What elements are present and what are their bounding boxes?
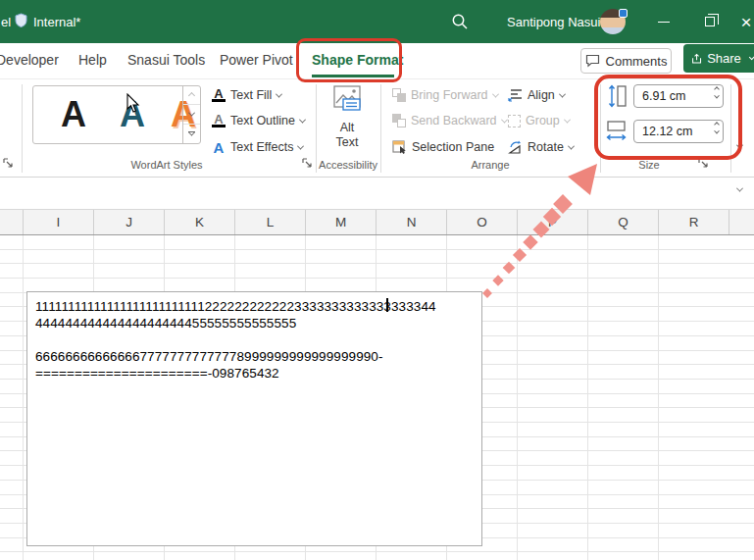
tab-help[interactable]: Help (78, 52, 107, 68)
comments-button[interactable]: Comments (580, 48, 672, 74)
share-icon (691, 52, 702, 66)
minimize-button[interactable] (647, 0, 680, 43)
comments-label: Comments (606, 54, 668, 69)
wordart-group-label: WordArt Styles (88, 159, 245, 171)
send-backward-button[interactable]: Send Backward (392, 110, 507, 131)
column-header-L[interactable]: L (235, 210, 306, 234)
left-group-dialog-launcher-icon[interactable] (3, 158, 14, 169)
restore-button[interactable] (693, 0, 727, 43)
gallery-more-button[interactable] (183, 125, 200, 143)
selection-pane-icon (392, 140, 407, 154)
group-dropdown-icon (564, 116, 571, 123)
search-icon[interactable] (451, 13, 469, 30)
avatar-badge-icon (619, 9, 628, 18)
worksheet-textbox[interactable]: 1111111111111111111111111122222222222233… (26, 291, 482, 546)
column-header-row: I J K L M N O P Q R (0, 209, 754, 235)
text-fill-button[interactable]: A Text Fill (212, 84, 310, 106)
bring-forward-dropdown-icon (491, 90, 498, 97)
wordart-gallery[interactable]: A A A (32, 85, 201, 144)
wordart-style-1[interactable]: A (61, 91, 86, 138)
tab-snasui-tools[interactable]: Snasui Tools (127, 52, 205, 68)
alt-text-label-2: Text (322, 135, 373, 150)
share-button[interactable]: Share (683, 44, 754, 73)
textbox-line: 6666666666666677777777777778999999999999… (35, 348, 481, 365)
wordart-gallery-scrollbar[interactable] (182, 86, 200, 143)
title-bar: el Internal* Santipong Nasui × (0, 0, 754, 43)
formula-bar[interactable] (0, 178, 754, 209)
group-icon (508, 115, 521, 127)
alt-text-icon (330, 84, 364, 118)
text-outline-icon: A (212, 114, 226, 127)
tab-developer[interactable]: Developer (0, 52, 59, 68)
textbox-line: 44444444444444444444455555555555555 (35, 315, 481, 331)
close-icon: × (740, 13, 751, 31)
sensitivity-label: Internal* (33, 15, 80, 29)
group-label: Group (526, 114, 560, 127)
align-dropdown-icon (559, 90, 566, 97)
accessibility-group-label: Accessibility (299, 159, 397, 171)
text-outline-dropdown-icon (299, 116, 306, 123)
column-header-K[interactable]: K (165, 210, 235, 234)
column-header-J[interactable]: J (94, 210, 165, 234)
restore-icon (705, 17, 715, 26)
align-label: Align (528, 88, 555, 102)
text-effects-icon: A (212, 142, 226, 153)
column-header-tail[interactable] (729, 210, 754, 234)
bring-forward-button[interactable]: Bring Forward (392, 84, 498, 106)
text-fill-icon: A (212, 88, 226, 102)
text-outline-button[interactable]: A Text Outline (212, 110, 310, 131)
text-outline-label: Text Outline (230, 114, 295, 127)
comment-icon (585, 54, 600, 68)
column-header-M[interactable]: M (306, 210, 377, 234)
share-dropdown-icon (749, 54, 754, 60)
column-header-stub[interactable] (0, 210, 24, 234)
gallery-scroll-up[interactable] (183, 86, 200, 105)
close-button[interactable]: × (729, 0, 754, 43)
text-cursor-caret (386, 298, 388, 312)
window-title-fragment: el (1, 15, 11, 29)
text-effects-label: Text Effects (230, 140, 293, 154)
annotation-rect-size-group (594, 75, 742, 160)
column-header-N[interactable]: N (377, 210, 447, 234)
share-label: Share (707, 51, 741, 66)
text-effects-button[interactable]: A Text Effects (212, 136, 310, 158)
textbox-line: 1111111111111111111111111122222222222233… (35, 298, 481, 315)
send-backward-label: Send Backward (411, 114, 497, 127)
bring-forward-label: Bring Forward (411, 88, 488, 102)
text-fill-dropdown-icon (276, 90, 282, 97)
textbox-line: ======================-098765432 (35, 365, 481, 382)
minimize-icon (658, 22, 670, 23)
send-backward-dropdown-icon (501, 116, 508, 123)
gallery-scroll-down[interactable] (183, 105, 200, 124)
text-effects-dropdown-icon (297, 142, 304, 149)
formula-bar-expand-icon[interactable] (736, 185, 743, 192)
alt-text-label-1: Alt (322, 121, 373, 135)
textbox-line (35, 331, 481, 348)
sensitivity-shield-icon (15, 13, 27, 27)
annotation-dotted-arrow (461, 147, 628, 314)
mouse-cursor (126, 93, 141, 114)
column-header-R[interactable]: R (659, 210, 729, 234)
text-fill-label: Text Fill (230, 88, 272, 102)
account-user-name: Santipong Nasui (507, 15, 600, 29)
bring-forward-icon (392, 88, 406, 102)
annotation-rect-shape-format (296, 38, 402, 82)
align-icon (508, 88, 523, 102)
tab-power-pivot[interactable]: Power Pivot (220, 52, 293, 68)
align-button[interactable]: Align (508, 84, 565, 106)
alt-text-button[interactable]: Alt Text (322, 84, 373, 155)
column-header-I[interactable]: I (24, 210, 94, 234)
send-backward-icon (392, 114, 406, 127)
group-button[interactable]: Group (508, 110, 570, 131)
